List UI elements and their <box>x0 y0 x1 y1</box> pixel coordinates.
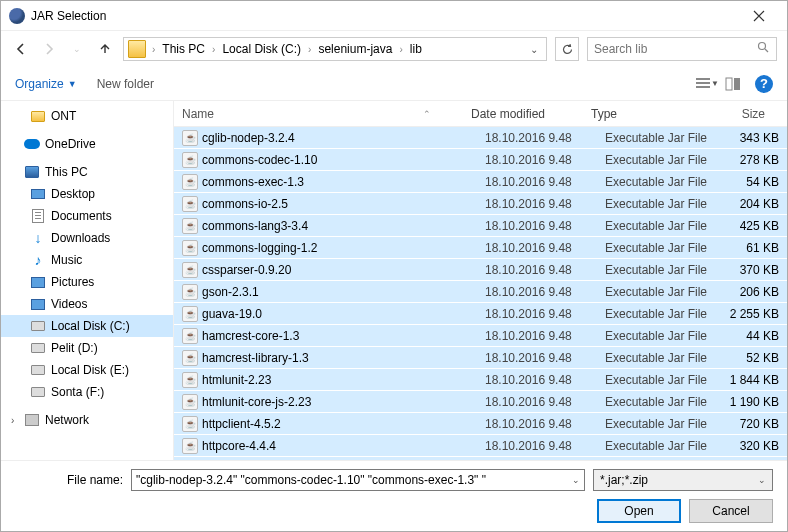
network-icon <box>25 414 39 426</box>
svg-rect-1 <box>696 78 710 80</box>
breadcrumb-item[interactable]: selenium-java <box>315 42 395 56</box>
column-header-name[interactable]: Name ⌃ <box>174 107 471 121</box>
file-date: 18.10.2016 9.48 <box>485 439 605 453</box>
disk-icon <box>31 343 45 353</box>
file-name: hamcrest-library-1.3 <box>202 351 309 365</box>
chevron-right-icon: › <box>304 44 315 55</box>
file-size: 320 KB <box>721 439 787 453</box>
column-header-type[interactable]: Type <box>591 107 707 121</box>
organize-menu[interactable]: Organize ▼ <box>15 77 77 91</box>
titlebar: JAR Selection <box>1 1 787 31</box>
file-row[interactable]: htmlunit-2.2318.10.2016 9.48Executable J… <box>174 369 787 391</box>
column-header-size[interactable]: Size <box>707 107 773 121</box>
file-row[interactable]: commons-exec-1.318.10.2016 9.48Executabl… <box>174 171 787 193</box>
file-type: Executable Jar File <box>605 307 721 321</box>
file-row[interactable]: cssparser-0.9.2018.10.2016 9.48Executabl… <box>174 259 787 281</box>
file-date: 18.10.2016 9.48 <box>485 329 605 343</box>
file-name: commons-logging-1.2 <box>202 241 317 255</box>
file-date: 18.10.2016 9.48 <box>485 241 605 255</box>
preview-pane-button[interactable] <box>721 74 745 94</box>
breadcrumb-item[interactable]: lib <box>407 42 425 56</box>
file-size: 1 190 KB <box>721 395 787 409</box>
sidebar-item-onedrive[interactable]: OneDrive <box>1 133 173 155</box>
chevron-right-icon: › <box>208 44 219 55</box>
sidebar-item-pictures[interactable]: Pictures <box>1 271 173 293</box>
file-row[interactable]: httpcore-4.4.418.10.2016 9.48Executable … <box>174 435 787 457</box>
window-title: JAR Selection <box>31 9 739 23</box>
file-row[interactable]: httpclient-4.5.218.10.2016 9.48Executabl… <box>174 413 787 435</box>
file-type: Executable Jar File <box>605 131 721 145</box>
search-field[interactable] <box>594 42 757 56</box>
list-header: Name ⌃ Date modified Type Size <box>174 101 787 127</box>
file-date: 18.10.2016 9.48 <box>485 351 605 365</box>
folder-icon <box>128 40 146 58</box>
file-row[interactable]: hamcrest-core-1.318.10.2016 9.48Executab… <box>174 325 787 347</box>
file-row[interactable]: gson-2.3.118.10.2016 9.48Executable Jar … <box>174 281 787 303</box>
file-row[interactable]: commons-io-2.518.10.2016 9.48Executable … <box>174 193 787 215</box>
file-date: 18.10.2016 9.48 <box>485 131 605 145</box>
sidebar-item-sonta[interactable]: Sonta (F:) <box>1 381 173 403</box>
sidebar-item-downloads[interactable]: ↓ Downloads <box>1 227 173 249</box>
breadcrumb-dropdown[interactable]: ⌄ <box>524 44 544 55</box>
file-row[interactable]: htmlunit-core-js-2.2318.10.2016 9.48Exec… <box>174 391 787 413</box>
file-size: 720 KB <box>721 417 787 431</box>
jar-icon <box>182 394 198 410</box>
recent-dropdown[interactable]: ⌄ <box>67 39 87 59</box>
cancel-button[interactable]: Cancel <box>689 499 773 523</box>
jar-icon <box>182 196 198 212</box>
file-row[interactable]: commons-lang3-3.418.10.2016 9.48Executab… <box>174 215 787 237</box>
refresh-button[interactable] <box>555 37 579 61</box>
jar-icon <box>182 350 198 366</box>
file-date: 18.10.2016 9.48 <box>485 307 605 321</box>
sidebar-item-desktop[interactable]: Desktop <box>1 183 173 205</box>
chevron-down-icon[interactable]: ⌄ <box>572 475 580 485</box>
sidebar-item-network[interactable]: › Network <box>1 409 173 431</box>
onedrive-icon <box>24 139 40 149</box>
file-row[interactable]: cglib-nodep-3.2.418.10.2016 9.48Executab… <box>174 127 787 149</box>
file-type: Executable Jar File <box>605 285 721 299</box>
file-row[interactable]: hamcrest-library-1.318.10.2016 9.48Execu… <box>174 347 787 369</box>
filename-input[interactable]: ⌄ <box>131 469 585 491</box>
sidebar-item-pelit[interactable]: Pelit (D:) <box>1 337 173 359</box>
file-size: 370 KB <box>721 263 787 277</box>
file-row[interactable]: commons-logging-1.218.10.2016 9.48Execut… <box>174 237 787 259</box>
sidebar-item-videos[interactable]: Videos <box>1 293 173 315</box>
app-icon <box>9 8 25 24</box>
close-button[interactable] <box>739 2 779 30</box>
chevron-down-icon: ⌄ <box>758 475 766 485</box>
file-date: 18.10.2016 9.48 <box>485 395 605 409</box>
search-input[interactable] <box>587 37 777 61</box>
sidebar-item-localdiske[interactable]: Local Disk (E:) <box>1 359 173 381</box>
sidebar-item-music[interactable]: ♪ Music <box>1 249 173 271</box>
file-type: Executable Jar File <box>605 219 721 233</box>
file-row[interactable]: guava-19.018.10.2016 9.48Executable Jar … <box>174 303 787 325</box>
new-folder-button[interactable]: New folder <box>97 77 154 91</box>
column-header-date[interactable]: Date modified <box>471 107 591 121</box>
filename-field[interactable] <box>136 473 572 487</box>
chevron-right-icon: › <box>395 44 406 55</box>
sidebar-item-localc[interactable]: Local Disk (C:) <box>1 315 173 337</box>
svg-point-0 <box>759 43 766 50</box>
filetype-select[interactable]: *.jar;*.zip ⌄ <box>593 469 773 491</box>
desktop-icon <box>31 189 45 199</box>
open-button[interactable]: Open <box>597 499 681 523</box>
back-button[interactable] <box>11 39 31 59</box>
file-size: 61 KB <box>721 241 787 255</box>
list-body[interactable]: cglib-nodep-3.2.418.10.2016 9.48Executab… <box>174 127 787 460</box>
file-type: Executable Jar File <box>605 439 721 453</box>
up-button[interactable] <box>95 39 115 59</box>
sidebar-item-documents[interactable]: Documents <box>1 205 173 227</box>
videos-icon <box>31 299 45 310</box>
help-button[interactable]: ? <box>755 75 773 93</box>
breadcrumb-item[interactable]: Local Disk (C:) <box>219 42 304 56</box>
svg-rect-5 <box>734 78 740 90</box>
sidebar-item-ont[interactable]: ONT <box>1 105 173 127</box>
chevron-right-icon: › <box>148 44 159 55</box>
view-mode-button[interactable]: ▼ <box>695 74 719 94</box>
breadcrumb-item[interactable]: This PC <box>159 42 208 56</box>
file-row[interactable]: commons-codec-1.1018.10.2016 9.48Executa… <box>174 149 787 171</box>
sidebar-item-thispc[interactable]: This PC <box>1 161 173 183</box>
disk-icon <box>31 365 45 375</box>
breadcrumb[interactable]: › This PC › Local Disk (C:) › selenium-j… <box>123 37 547 61</box>
folder-icon <box>31 111 45 122</box>
